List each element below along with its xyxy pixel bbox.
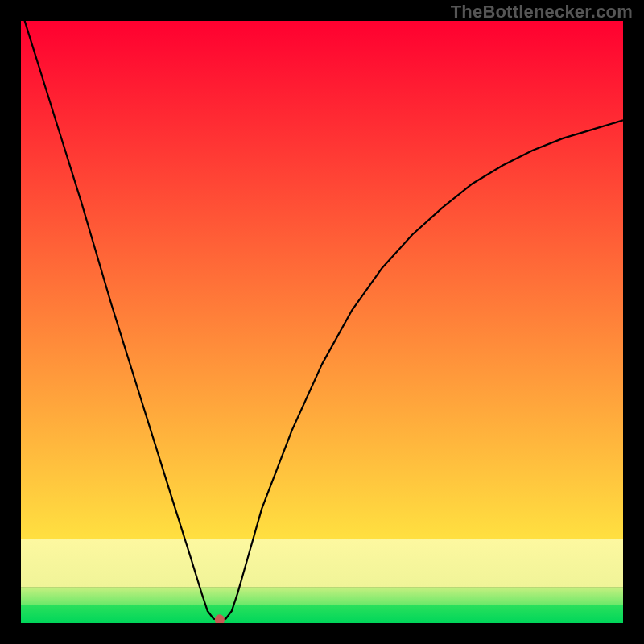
bottleneck-chart	[21, 21, 623, 623]
attribution-label: TheBottlenecker.com	[451, 2, 633, 23]
pale-green-band	[21, 587, 623, 605]
chart-background	[21, 21, 623, 623]
green-band	[21, 605, 623, 623]
pale-yellow-band	[21, 539, 623, 587]
gradient-band	[21, 21, 623, 539]
chart-frame: TheBottlenecker.com	[0, 0, 644, 644]
